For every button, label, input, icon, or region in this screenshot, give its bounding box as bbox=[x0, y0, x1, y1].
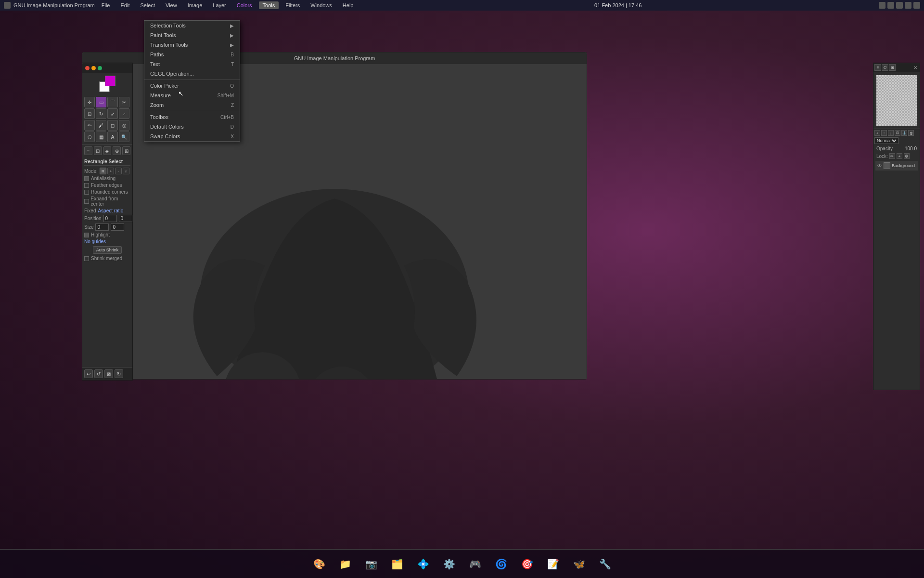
menu-item-measure[interactable]: Measure Shift+M bbox=[144, 91, 240, 100]
guides-label[interactable]: No guides bbox=[84, 239, 106, 244]
panel-close-btn[interactable]: ✕ bbox=[912, 64, 919, 71]
menu-tools[interactable]: Tools bbox=[259, 1, 279, 9]
tool-buttons-grid: ✛ ▭ ⌒ ✂ ⊡ ↻ ⤢ ⟋ ✏ 🖌 ◻ ◎ ⬡ ▦ A 🔍 bbox=[82, 95, 132, 144]
app-name: GNU Image Manipulation Program bbox=[13, 2, 95, 8]
tool-eraser[interactable]: ◻ bbox=[107, 120, 118, 131]
position-x-input[interactable]: 0 bbox=[103, 215, 117, 222]
tool-history-icon[interactable]: ⊡ bbox=[94, 146, 102, 155]
anchor-layer-btn[interactable]: ⚓ bbox=[901, 130, 907, 136]
delete-layer-btn[interactable]: 🗑 bbox=[908, 130, 914, 136]
menu-view[interactable]: View bbox=[162, 1, 181, 9]
dock-icon-5[interactable]: ⚙️ bbox=[439, 554, 459, 574]
size-y-input[interactable]: 0 bbox=[111, 223, 124, 231]
tool-paintbrush[interactable]: 🖌 bbox=[96, 120, 106, 131]
menu-help[interactable]: Help bbox=[339, 1, 358, 9]
tool-device-icon[interactable]: ◈ bbox=[103, 146, 112, 155]
new-layer-btn[interactable]: + bbox=[874, 130, 880, 136]
blend-mode-select[interactable]: Normal bbox=[874, 137, 898, 144]
menu-colors[interactable]: Colors bbox=[233, 1, 256, 9]
layer-visibility-icon[interactable]: 👁 bbox=[877, 163, 882, 169]
mode-intersect[interactable]: ∩ bbox=[123, 168, 129, 174]
menu-item-default-colors[interactable]: Default Colors D bbox=[144, 122, 240, 131]
menu-item-transform-tools[interactable]: Transform Tools ▶ bbox=[144, 40, 240, 50]
dock-icon-3[interactable]: 🗂️ bbox=[387, 554, 407, 574]
tool-scale[interactable]: ⤢ bbox=[107, 108, 118, 119]
tool-shear[interactable]: ⟋ bbox=[119, 108, 129, 119]
tool-rotate[interactable]: ↻ bbox=[96, 108, 106, 119]
menu-item-paths[interactable]: Paths B bbox=[144, 50, 240, 59]
mode-add[interactable]: + bbox=[107, 168, 114, 174]
dock-icon-11[interactable]: 🔧 bbox=[595, 554, 615, 574]
panel-more-btn[interactable]: ⊞ bbox=[889, 64, 896, 71]
panel-history-btn[interactable]: ⏱ bbox=[882, 64, 888, 71]
menu-filters[interactable]: Filters bbox=[282, 1, 304, 9]
tool-crop[interactable]: ⊡ bbox=[84, 108, 95, 119]
tool-config-icon[interactable]: ⊞ bbox=[122, 146, 130, 155]
menu-item-zoom[interactable]: Zoom Z bbox=[144, 100, 240, 110]
tool-text[interactable]: A bbox=[107, 131, 118, 142]
tool-rect-select[interactable]: ▭ bbox=[96, 97, 106, 107]
panel-layers-btn[interactable]: ≡ bbox=[874, 64, 881, 71]
size-x-input[interactable]: 0 bbox=[95, 223, 109, 231]
menu-item-paint-tools[interactable]: Paint Tools ▶ bbox=[144, 30, 240, 40]
rounded-checkbox[interactable] bbox=[84, 190, 89, 195]
lower-layer-btn[interactable]: ↓ bbox=[888, 130, 894, 136]
auto-shrink-btn[interactable]: Auto Shrink bbox=[84, 246, 130, 254]
minimize-btn[interactable] bbox=[91, 66, 96, 70]
tool-zoom[interactable]: 🔍 bbox=[119, 131, 129, 142]
close-btn[interactable] bbox=[85, 66, 90, 70]
maximize-btn[interactable] bbox=[98, 66, 102, 70]
menu-windows[interactable]: Windows bbox=[307, 1, 336, 9]
nav-undo-icon[interactable]: ↺ bbox=[94, 369, 103, 378]
feather-checkbox[interactable] bbox=[84, 183, 89, 188]
foreground-color-swatch[interactable] bbox=[105, 76, 116, 86]
position-y-input[interactable]: 0 bbox=[119, 215, 132, 222]
duplicate-layer-btn[interactable]: ⊡ bbox=[895, 130, 900, 136]
dock-icon-8[interactable]: 🎯 bbox=[517, 554, 537, 574]
menu-item-toolbox[interactable]: Toolbox Ctrl+B bbox=[144, 112, 240, 122]
dock-icon-6[interactable]: 🎮 bbox=[465, 554, 485, 574]
highlight-checkbox[interactable] bbox=[84, 233, 89, 237]
shrink-merged-checkbox[interactable] bbox=[84, 256, 89, 261]
menu-file[interactable]: File bbox=[98, 1, 114, 9]
menu-item-swap-colors[interactable]: Swap Colors X bbox=[144, 131, 240, 141]
lock-pixels-btn[interactable]: ✏ bbox=[889, 153, 895, 159]
dock-icon-2[interactable]: 📷 bbox=[361, 554, 381, 574]
tool-free-select[interactable]: ⌒ bbox=[107, 97, 118, 107]
nav-clear-icon[interactable]: ⊠ bbox=[104, 369, 113, 378]
menu-item-text[interactable]: Text T bbox=[144, 59, 240, 69]
raise-layer-btn[interactable]: ↑ bbox=[881, 130, 887, 136]
dock-icon-9[interactable]: 📝 bbox=[543, 554, 563, 574]
tool-pointer-icon[interactable]: ⊛ bbox=[113, 146, 121, 155]
tool-bucket-fill[interactable]: ⬡ bbox=[84, 131, 95, 142]
dock-icon-7[interactable]: 🌀 bbox=[491, 554, 511, 574]
foreground-background-colors[interactable] bbox=[99, 76, 116, 92]
menu-item-color-picker[interactable]: Color Picker O bbox=[144, 81, 240, 91]
nav-redo-icon[interactable]: ↻ bbox=[115, 369, 123, 378]
expand-checkbox[interactable] bbox=[84, 199, 89, 204]
tool-airbrush[interactable]: ◎ bbox=[119, 120, 129, 131]
tool-move[interactable]: ✛ bbox=[84, 97, 95, 107]
nav-back-icon[interactable]: ↩ bbox=[84, 369, 93, 378]
auto-shrink-button[interactable]: Auto Shrink bbox=[93, 246, 122, 254]
tool-blend[interactable]: ▦ bbox=[96, 131, 106, 142]
layer-item-background[interactable]: 👁 Background bbox=[875, 161, 918, 171]
dock-icon-4[interactable]: 💠 bbox=[413, 554, 433, 574]
lock-alpha-btn[interactable]: ⚙ bbox=[904, 153, 910, 159]
menu-image[interactable]: Image bbox=[184, 1, 206, 9]
lock-position-btn[interactable]: + bbox=[897, 153, 902, 159]
menu-layer[interactable]: Layer bbox=[209, 1, 230, 9]
dock-icon-10[interactable]: 🦋 bbox=[569, 554, 589, 574]
menu-edit[interactable]: Edit bbox=[116, 1, 133, 9]
menu-item-selection-tools[interactable]: Selection Tools ▶ bbox=[144, 21, 240, 30]
menu-item-gegl[interactable]: GEGL Operation... bbox=[144, 69, 240, 79]
tool-layers-icon[interactable]: ≡ bbox=[84, 146, 92, 155]
tool-fuzzy-select[interactable]: ✂ bbox=[119, 97, 129, 107]
mode-subtract[interactable]: - bbox=[115, 168, 122, 174]
mode-replace[interactable]: R bbox=[100, 168, 106, 174]
antialiasing-checkbox[interactable] bbox=[84, 176, 89, 181]
menu-select[interactable]: Select bbox=[136, 1, 159, 9]
dock-icon-0[interactable]: 🎨 bbox=[309, 554, 329, 574]
tool-pencil[interactable]: ✏ bbox=[84, 120, 95, 131]
dock-icon-1[interactable]: 📁 bbox=[335, 554, 355, 574]
